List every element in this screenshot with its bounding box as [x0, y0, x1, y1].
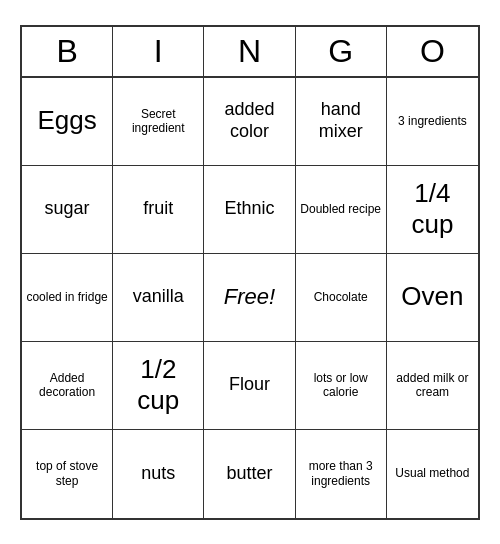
bingo-cell: Secret ingredient	[113, 78, 204, 166]
cell-text: Secret ingredient	[117, 107, 199, 136]
cell-text: Usual method	[395, 466, 469, 480]
header-letter: I	[113, 27, 204, 76]
cell-text: 1/4 cup	[391, 178, 474, 240]
cell-text: sugar	[45, 198, 90, 220]
bingo-header: BINGO	[22, 27, 478, 78]
cell-text: 3 ingredients	[398, 114, 467, 128]
cell-text: nuts	[141, 463, 175, 485]
cell-text: Chocolate	[314, 290, 368, 304]
cell-text: fruit	[143, 198, 173, 220]
cell-text: Free!	[224, 284, 275, 310]
cell-text: top of stove step	[26, 459, 108, 488]
cell-text: added color	[208, 99, 290, 142]
cell-text: vanilla	[133, 286, 184, 308]
bingo-cell: 1/2 cup	[113, 342, 204, 430]
bingo-cell: added color	[204, 78, 295, 166]
header-letter: B	[22, 27, 113, 76]
bingo-cell: Chocolate	[296, 254, 387, 342]
bingo-cell: nuts	[113, 430, 204, 518]
cell-text: added milk or cream	[391, 371, 474, 400]
cell-text: cooled in fridge	[26, 290, 107, 304]
bingo-cell: 3 ingredients	[387, 78, 478, 166]
bingo-cell: Doubled recipe	[296, 166, 387, 254]
header-letter: O	[387, 27, 478, 76]
bingo-cell: fruit	[113, 166, 204, 254]
cell-text: Eggs	[37, 105, 96, 136]
header-letter: G	[296, 27, 387, 76]
bingo-cell: added milk or cream	[387, 342, 478, 430]
bingo-cell: sugar	[22, 166, 113, 254]
bingo-cell: 1/4 cup	[387, 166, 478, 254]
cell-text: Oven	[401, 281, 463, 312]
cell-text: Ethnic	[224, 198, 274, 220]
cell-text: Added decoration	[26, 371, 108, 400]
bingo-cell: hand mixer	[296, 78, 387, 166]
bingo-cell: lots or low calorie	[296, 342, 387, 430]
bingo-card: BINGO EggsSecret ingredientadded colorha…	[20, 25, 480, 520]
header-letter: N	[204, 27, 295, 76]
bingo-cell: Added decoration	[22, 342, 113, 430]
bingo-cell: Usual method	[387, 430, 478, 518]
cell-text: butter	[226, 463, 272, 485]
bingo-cell: Flour	[204, 342, 295, 430]
cell-text: Doubled recipe	[300, 202, 381, 216]
bingo-cell: Eggs	[22, 78, 113, 166]
cell-text: lots or low calorie	[300, 371, 382, 400]
cell-text: hand mixer	[300, 99, 382, 142]
bingo-cell: top of stove step	[22, 430, 113, 518]
bingo-cell: vanilla	[113, 254, 204, 342]
bingo-grid: EggsSecret ingredientadded colorhand mix…	[22, 78, 478, 518]
cell-text: Flour	[229, 374, 270, 396]
bingo-cell: Free!	[204, 254, 295, 342]
cell-text: more than 3 ingredients	[300, 459, 382, 488]
bingo-cell: butter	[204, 430, 295, 518]
cell-text: 1/2 cup	[117, 354, 199, 416]
bingo-cell: cooled in fridge	[22, 254, 113, 342]
bingo-cell: more than 3 ingredients	[296, 430, 387, 518]
bingo-cell: Ethnic	[204, 166, 295, 254]
bingo-cell: Oven	[387, 254, 478, 342]
